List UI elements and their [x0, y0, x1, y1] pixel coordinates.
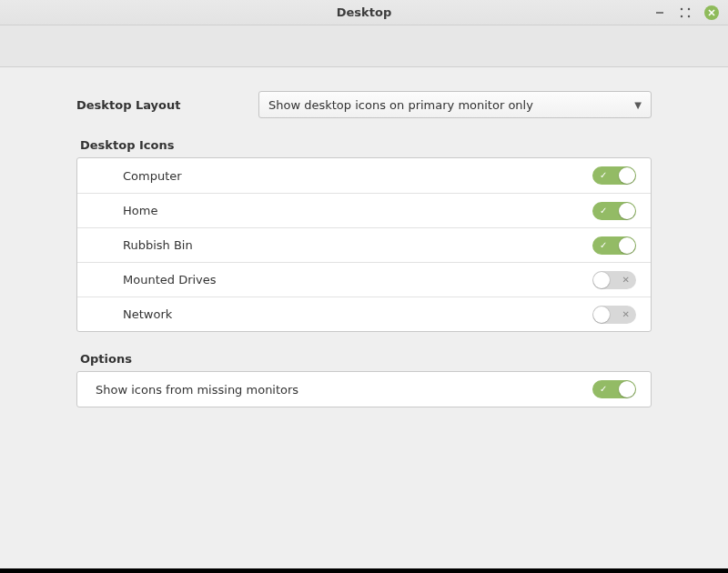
switch-knob: [619, 237, 635, 254]
switch-knob: [593, 272, 610, 288]
desktop-icons-list: Computer✓Home✓Rubbish Bin✓Mounted Drives…: [76, 157, 652, 332]
list-item: Computer✓: [77, 158, 651, 193]
svg-point-1: [681, 7, 682, 9]
window-title: Desktop: [0, 5, 728, 19]
desktop-icons-header: Desktop Icons: [80, 138, 652, 152]
switch-knob: [619, 203, 635, 219]
toggle-computer[interactable]: ✓: [592, 166, 636, 185]
svg-point-3: [681, 15, 682, 16]
desktop-layout-label: Desktop Layout: [76, 98, 240, 112]
svg-point-2: [688, 7, 690, 9]
list-item-label: Home: [123, 204, 592, 217]
close-button[interactable]: [704, 5, 719, 20]
list-item: Show icons from missing monitors✓: [77, 372, 651, 407]
desktop-layout-row: Desktop Layout Show desktop icons on pri…: [76, 91, 652, 118]
check-icon: ✓: [600, 206, 607, 216]
desktop-layout-dropdown[interactable]: Show desktop icons on primary monitor on…: [258, 91, 652, 118]
list-item-label: Mounted Drives: [123, 273, 592, 286]
options-header: Options: [80, 352, 652, 366]
chevron-down-icon: ▼: [634, 100, 642, 110]
list-item: Network✕: [77, 297, 651, 331]
list-item-label: Network: [123, 307, 592, 321]
check-icon: ✓: [600, 171, 607, 180]
settings-window: Desktop Deskto: [0, 0, 728, 568]
x-icon: ✕: [622, 310, 630, 319]
header-bar: [0, 25, 728, 67]
content-area: Desktop Layout Show desktop icons on pri…: [0, 67, 728, 568]
list-item: Mounted Drives✕: [77, 262, 651, 297]
switch-knob: [619, 381, 635, 397]
list-item-label: Rubbish Bin: [123, 238, 592, 252]
minimize-icon: [655, 8, 664, 17]
list-item: Rubbish Bin✓: [77, 227, 651, 262]
desktop-layout-selected: Show desktop icons on primary monitor on…: [268, 98, 634, 112]
check-icon: ✓: [600, 385, 607, 394]
svg-point-4: [688, 15, 690, 16]
maximize-icon: [680, 7, 691, 18]
list-item-label: Computer: [123, 169, 592, 183]
close-icon: [708, 9, 715, 16]
toggle-rubbish-bin[interactable]: ✓: [592, 236, 636, 255]
x-icon: ✕: [622, 276, 630, 285]
window-controls: [653, 5, 728, 20]
titlebar: Desktop: [0, 0, 728, 25]
switch-knob: [619, 167, 635, 184]
minimize-button[interactable]: [653, 6, 666, 19]
list-item-label: Show icons from missing monitors: [96, 383, 592, 397]
list-item: Home✓: [77, 193, 651, 227]
toggle-mounted-drives[interactable]: ✕: [592, 271, 636, 289]
toggle-network[interactable]: ✕: [592, 306, 636, 324]
toggle-home[interactable]: ✓: [592, 202, 636, 220]
maximize-button[interactable]: [679, 6, 692, 19]
toggle-show-icons-from-missing-monitors[interactable]: ✓: [592, 380, 636, 398]
options-list: Show icons from missing monitors✓: [76, 371, 652, 407]
check-icon: ✓: [600, 241, 607, 250]
switch-knob: [593, 307, 610, 323]
